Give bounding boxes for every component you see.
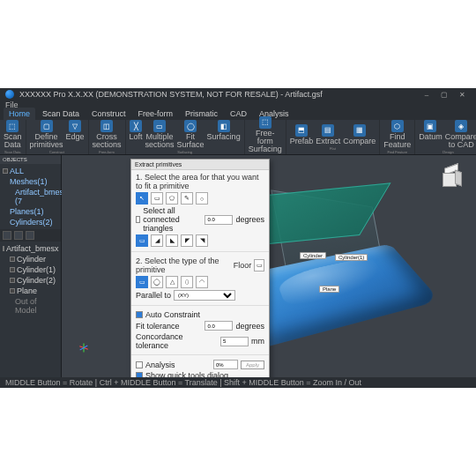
ribbon-button[interactable]: ◯Fit Surface xyxy=(177,120,205,149)
analysis-val[interactable] xyxy=(213,360,238,369)
ribbon-button[interactable]: ▽Edge xyxy=(66,120,85,149)
ft-outofmodel[interactable]: Out of Model xyxy=(15,297,58,315)
ribbon-button[interactable]: ⬚Scan Data xyxy=(4,120,22,149)
ribbon-button[interactable]: ▦Compare xyxy=(343,124,376,145)
find-feature-icon: ⬡ xyxy=(391,120,404,132)
ribbon-label: Free-form Surfacing xyxy=(249,130,282,153)
ribbon-group-label: Design xyxy=(443,150,453,154)
ribbon-label: Scan Data xyxy=(4,133,22,149)
fit-tol-unit: degrees xyxy=(235,322,264,331)
tool-button[interactable]: ◥ xyxy=(196,234,208,247)
ft-cyl[interactable]: Cylinder xyxy=(17,255,46,264)
lbl-analysis: Analysis xyxy=(145,361,175,369)
ft-plane[interactable]: Plane xyxy=(17,286,37,295)
slope-tools: ▭◢◣◤◥ xyxy=(136,234,264,247)
free-form-surfacing-icon: ⬚ xyxy=(259,116,271,129)
label-plane[interactable]: Plane xyxy=(319,286,339,293)
ribbon-label: Surfacing xyxy=(207,133,241,141)
ribbon-button[interactable]: ⬒Prefab xyxy=(290,124,314,145)
tool-button[interactable]: ▭ xyxy=(151,192,163,205)
sidebar-tool-3[interactable] xyxy=(26,231,34,240)
ft-artifact[interactable]: Artifact_bmesx xyxy=(6,244,59,253)
ribbon-group: ⬡Find FeatureFind Feature xyxy=(380,120,415,154)
tree-root[interactable]: ALL xyxy=(10,167,24,175)
tool-button[interactable]: ↖ xyxy=(136,192,148,205)
tool-button[interactable]: ▭ xyxy=(136,234,148,247)
tab-free-form[interactable]: Free-form xyxy=(133,108,179,120)
ribbon-group-label: Flat xyxy=(330,146,336,151)
sidebar: OBJECTS ALL Meshes(1) Artifact_bmesx (7 … xyxy=(0,155,62,377)
primitive-type-tools: ▭◯△⬯◠ xyxy=(136,276,264,288)
conc-unit: mm xyxy=(251,337,264,346)
tab-scan-data[interactable]: Scan Data xyxy=(37,108,85,120)
chk-quick-tools[interactable] xyxy=(136,372,143,377)
step1-label: 1. Select the area for that you want to … xyxy=(136,173,264,190)
ribbon-button[interactable]: ◧Surfacing xyxy=(207,120,241,149)
tool-button[interactable]: ◢ xyxy=(151,234,163,247)
ribbon-button[interactable]: ▢Define primitives xyxy=(30,120,63,149)
3d-viewport[interactable]: Cylinder Cylinder(1) Plane Extract primi… xyxy=(62,155,476,377)
ribbon-label: Cross sections xyxy=(93,133,122,149)
tool-button[interactable]: ⬠ xyxy=(166,192,178,205)
label-cylinder1[interactable]: Cylinder(1) xyxy=(335,254,368,261)
floor-toggle[interactable]: ▭ xyxy=(254,259,264,271)
tree-cylinders[interactable]: Cylinders(2) xyxy=(10,218,53,227)
tool-button[interactable]: ◯ xyxy=(151,276,163,288)
sidebar-toolbar xyxy=(0,229,61,242)
ribbon-group: ⬒Prefab▤Extract▦CompareFlat xyxy=(286,120,381,154)
feature-tree: Artifact_bmesx Cylinder Cylinder(1) Cyli… xyxy=(0,242,61,377)
deg-input[interactable] xyxy=(205,215,233,225)
ribbon-group: ╳Loft▭Multiple sections◯Fit Surface◧Surf… xyxy=(126,120,245,154)
ribbon-group-label: Free-form xyxy=(99,150,115,154)
ribbon-button[interactable]: ⬚Free-form Surfacing xyxy=(249,116,282,153)
ribbon-button[interactable]: ◈Compare to CAD xyxy=(445,120,476,149)
tool-button[interactable]: ◤ xyxy=(181,234,193,247)
view-cube[interactable] xyxy=(441,166,462,187)
tool-button[interactable]: ○ xyxy=(196,192,208,205)
sidebar-tool-1[interactable] xyxy=(3,231,11,240)
ribbon-button[interactable]: ▤Extract xyxy=(316,124,340,145)
ribbon-group-label: Construct xyxy=(49,150,64,154)
tool-button[interactable]: ▭ xyxy=(136,276,148,288)
ribbon-group: ▣Datum◈Compare to CADDesign xyxy=(415,120,476,154)
status-bar: MIDDLE Button = Rotate | Ctrl + MIDDLE B… xyxy=(0,377,476,388)
tree-planes[interactable]: Planes(1) xyxy=(10,207,44,216)
tree-artifact[interactable]: Artifact_bmesx (7 xyxy=(15,188,68,205)
ribbon-button[interactable]: ╳Loft xyxy=(130,120,143,149)
tool-button[interactable]: ◠ xyxy=(196,276,208,288)
minimize-button[interactable]: – xyxy=(418,91,435,99)
tab-prismatic[interactable]: Prismatic xyxy=(180,108,223,120)
conc-tol-input[interactable] xyxy=(220,337,249,346)
ft-cyl2[interactable]: Cylinder(2) xyxy=(17,276,56,285)
tab-home[interactable]: Home xyxy=(4,108,35,120)
chk-analysis[interactable] xyxy=(136,361,143,368)
tool-button[interactable]: ✎ xyxy=(181,192,193,205)
tool-button[interactable]: △ xyxy=(166,276,178,288)
ribbon-tabs: Home Scan Data Construct Free-form Prism… xyxy=(0,109,476,120)
label-cylinder[interactable]: Cylinder xyxy=(300,252,326,259)
lbl-fit-tol: Fit tolerance xyxy=(136,322,180,331)
title-bar: XXXXXX Pro X.X.XX (DEMONSTRATION SYSTEM,… xyxy=(0,88,476,100)
tool-button[interactable]: ◣ xyxy=(166,234,178,247)
floor-label: Floor xyxy=(234,261,252,270)
chk-auto-constraint[interactable] xyxy=(136,311,143,318)
maximize-button[interactable]: ▢ xyxy=(435,91,453,99)
parallel-select[interactable]: (XY) xyxy=(174,290,235,301)
apply-button[interactable]: Apply xyxy=(241,361,264,369)
edge-icon: ▽ xyxy=(69,120,81,132)
tool-button[interactable]: ⬯ xyxy=(181,276,193,288)
ribbon-button[interactable]: ◫Cross sections xyxy=(93,120,122,149)
ribbon-button[interactable]: ⬡Find Feature xyxy=(383,120,411,149)
sidebar-tool-2[interactable] xyxy=(14,231,23,240)
parallel-label: Parallel to xyxy=(136,291,171,300)
axis-triad xyxy=(71,338,88,356)
chk-connected-triangles[interactable] xyxy=(136,216,140,223)
ribbon: ⬚Scan DataScan Data▢Define primitives▽Ed… xyxy=(0,120,476,155)
ribbon-button[interactable]: ▣Datum xyxy=(419,120,443,149)
ft-cyl1[interactable]: Cylinder(1) xyxy=(17,265,56,274)
tab-construct[interactable]: Construct xyxy=(86,108,131,120)
ribbon-button[interactable]: ▭Multiple sections xyxy=(145,120,175,149)
close-button[interactable]: ✕ xyxy=(453,91,471,99)
tree-meshes[interactable]: Meshes(1) xyxy=(10,177,48,186)
fit-tol-input[interactable] xyxy=(205,321,233,331)
